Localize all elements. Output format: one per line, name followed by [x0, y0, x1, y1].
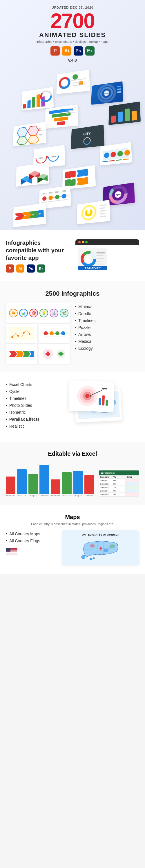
svg-rect-150 — [55, 337, 60, 337]
bar-1 — [6, 476, 15, 494]
excel-cell-1c — [126, 479, 139, 482]
map-feature-country-maps: All Country Maps — [6, 530, 57, 537]
svg-rect-6 — [71, 84, 85, 87]
hero-section: UPDATED DEC.07, 2020 2700 ANIMATED SLIDE… — [0, 0, 145, 230]
excel-row-4: Group 04 95 — [99, 489, 139, 493]
svg-rect-33 — [125, 108, 130, 122]
bar-group-1: Group 01 — [6, 476, 15, 496]
svg-point-142 — [29, 333, 30, 335]
features2-feature-list: Excel Charts Cycle Timelines Photo Slide… — [6, 381, 64, 430]
feature-timelines: Timelines — [75, 317, 139, 324]
preview-card-wide-1: 🏔 📊 🎯 💡 🔬 🌿 — [6, 303, 70, 322]
svg-rect-32 — [118, 112, 123, 122]
preview-card-2b — [39, 324, 70, 343]
svg-rect-120 — [96, 255, 103, 256]
excel-cell-4b: 95 — [112, 489, 126, 492]
excel-cell-3a: Group 03 — [99, 486, 112, 489]
preview-card-3b — [39, 344, 70, 364]
slide-preview-7: CITY — [71, 125, 104, 149]
features2-section: Excel Charts Cycle Timelines Photo Slide… — [0, 372, 145, 442]
svg-point-140 — [17, 335, 19, 337]
svg-rect-183 — [6, 552, 17, 553]
infographics-title: 2500 Infographics — [6, 290, 139, 298]
browser-content-area: DEVELOPMENT — [75, 245, 139, 273]
feature-puzzle: Puzzle — [75, 324, 139, 331]
svg-rect-109 — [100, 207, 105, 209]
excel-cell-2c — [126, 482, 139, 486]
preview-stack — [69, 381, 139, 433]
svg-text:🔬: 🔬 — [52, 311, 56, 315]
svg-rect-122 — [96, 261, 103, 261]
version-badge: v.4.8 — [6, 58, 139, 62]
svg-rect-175 — [102, 388, 107, 390]
svg-rect-138 — [9, 327, 34, 340]
svg-rect-57 — [109, 160, 115, 161]
slide-preview-5 — [108, 101, 141, 125]
svg-text:01: 01 — [17, 215, 19, 218]
usa-map-card: UNITED STATES OF AMERICA — [62, 530, 139, 565]
feature-excel-charts: Excel Charts — [6, 381, 64, 388]
photoshop-icon[interactable]: Ps — [74, 46, 83, 56]
bar-label-2: Group 02 — [18, 494, 26, 496]
maps-section: Maps Each country is described in states… — [0, 505, 145, 574]
us-flag-icon — [6, 548, 17, 555]
svg-rect-111 — [100, 213, 105, 215]
browser-close-dot — [78, 241, 81, 243]
illustrator-icon[interactable]: Ai — [62, 46, 71, 56]
svg-text:🎯: 🎯 — [32, 311, 36, 315]
svg-text:02: 02 — [39, 134, 42, 137]
svg-marker-153 — [16, 351, 24, 357]
svg-point-118 — [86, 256, 91, 262]
svg-rect-178 — [105, 400, 108, 406]
bar-group-4: Group 04 — [40, 465, 49, 496]
animated-slides-title: ANIMATED SLIDES — [6, 31, 139, 39]
bar-group-3: Group 03 — [28, 474, 38, 496]
features2-list-items: Excel Charts Cycle Timelines Photo Slide… — [6, 381, 64, 430]
slide-preview-10 — [16, 162, 49, 187]
svg-point-144 — [44, 331, 48, 335]
powerpoint-icon[interactable]: P — [50, 46, 60, 56]
map-card-title: UNITED STATES OF AMERICA — [65, 533, 136, 536]
svg-marker-38 — [28, 135, 39, 144]
excel-cell-5b: 50 — [112, 493, 126, 496]
preview-card-2a — [6, 324, 38, 343]
svg-point-187 — [90, 558, 92, 560]
compat-title: Infographics compatible with your favori… — [6, 239, 70, 261]
feature-photo-slides: Photo Slides — [6, 402, 64, 409]
maps-title: Maps — [6, 514, 139, 521]
svg-text:01: 01 — [39, 128, 42, 132]
excel-spreadsheet: Spreadsheet Category Val Color Group 01 … — [99, 470, 139, 496]
svg-text:40%: 40% — [51, 155, 56, 158]
bar-label-4: Group 04 — [40, 494, 48, 496]
features2-layout: Excel Charts Cycle Timelines Photo Slide… — [6, 381, 139, 433]
svg-text:60%: 60% — [39, 157, 44, 160]
svg-rect-31 — [111, 116, 116, 123]
feature-doodle: Doodle — [75, 310, 139, 317]
svg-rect-10 — [37, 94, 40, 107]
compat-ppt-icon: P — [6, 265, 14, 273]
svg-rect-184 — [6, 553, 17, 554]
excel-icon[interactable]: Ex — [85, 46, 95, 56]
svg-rect-56 — [102, 161, 107, 162]
feature-list-items: Minimal Doodle Timelines Puzzle Arrows M… — [75, 303, 139, 352]
svg-rect-148 — [44, 337, 48, 337]
svg-point-79 — [48, 195, 53, 200]
svg-rect-149 — [49, 337, 54, 337]
bar-chart: Group 01 Group 02 Group 03 Group 04 Grou… — [6, 462, 94, 496]
svg-rect-158 — [46, 353, 50, 355]
browser-min-dot — [82, 241, 84, 243]
excel-cell-4a: Group 04 — [99, 489, 112, 492]
big-number: 2700 — [6, 10, 139, 31]
feature-medical: Medical — [75, 338, 139, 345]
svg-rect-121 — [96, 258, 104, 259]
feature-cycle: Cycle — [6, 388, 64, 395]
bar-7 — [73, 471, 83, 494]
infographics-section: 2500 Infographics 🏔 📊 🎯 💡 🔬 — [0, 281, 145, 372]
flag-icon-row — [6, 548, 57, 556]
subtitle-line: infographic • excel charts • devices moc… — [6, 40, 139, 43]
svg-rect-151 — [61, 337, 66, 337]
bar-3 — [28, 474, 38, 494]
svg-rect-123 — [96, 264, 104, 265]
bar-group-2: Group 02 — [17, 469, 27, 496]
maps-list-items: All Country Maps All Country Flags — [6, 530, 57, 544]
